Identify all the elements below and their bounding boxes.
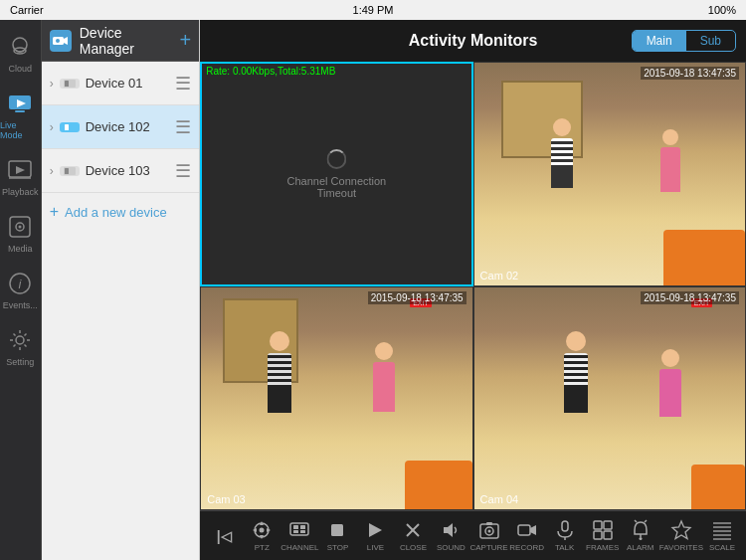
device-1-chevron: › [50, 77, 54, 91]
svg-rect-49 [594, 531, 602, 539]
camera-icon [50, 30, 72, 52]
frames-label: FRAMES [586, 543, 619, 552]
device-1-indicator [60, 79, 80, 89]
frames-button[interactable]: FRAMES [584, 519, 622, 552]
favorites-button[interactable]: FAVORITES [659, 519, 703, 552]
record-label: RECORD [509, 543, 544, 552]
device-3-indicator [60, 166, 80, 176]
svg-rect-45 [562, 521, 568, 531]
device-row-2[interactable]: › Device 102 ☰ [42, 105, 199, 149]
stop-button[interactable]: STOP [318, 519, 356, 552]
live-label: LIVE [367, 543, 384, 552]
device-panel-header: Device Manager + [42, 20, 199, 62]
sidebar: Cloud Live Mode Playback Medi [0, 20, 42, 560]
sidebar-item-setting[interactable]: Setting [0, 318, 41, 375]
sidebar-item-livemode[interactable]: Live Mode [0, 82, 41, 148]
svg-rect-48 [604, 521, 612, 529]
close-button[interactable]: CLOSE [394, 519, 432, 552]
main-content: Activity Monitors Main Sub Rate: 0.00Kbp… [200, 20, 746, 560]
sidebar-item-media[interactable]: Media [0, 205, 41, 262]
add-device-row[interactable]: + Add a new device [42, 193, 199, 231]
sidebar-item-media-label: Media [8, 244, 33, 254]
video-cell-4[interactable]: EXIT 2 [473, 286, 746, 511]
channel-icon [288, 519, 310, 541]
status-bar: Carrier 1:49 PM 100% [0, 0, 746, 20]
svg-marker-55 [672, 521, 690, 539]
sound-button[interactable]: SOUND [432, 519, 469, 552]
device-row-3[interactable]: › Device 103 ☰ [42, 149, 199, 193]
prev-button[interactable]: |◁ [205, 528, 243, 544]
bottom-toolbar: |◁ PTZ [200, 510, 746, 560]
capture-button[interactable]: CAPTURE [469, 519, 507, 552]
device-2-name: Device 102 [86, 119, 169, 134]
device-panel-title: Device Manager [80, 25, 172, 57]
cam4-label: Cam 04 [480, 493, 519, 505]
sub-view-button[interactable]: Sub [686, 31, 735, 51]
svg-rect-29 [290, 523, 308, 535]
alarm-button[interactable]: ALARM [622, 519, 659, 552]
close-icon [402, 519, 424, 541]
device-2-menu[interactable]: ☰ [175, 116, 191, 138]
capture-icon [478, 519, 500, 541]
svg-rect-31 [300, 525, 305, 529]
svg-rect-50 [604, 531, 612, 539]
video-cell-1[interactable]: Rate: 0.00Kbps,Total:5.31MB Channel Conn… [200, 62, 472, 286]
add-device-label: Add a new device [65, 205, 167, 220]
svg-marker-35 [369, 523, 382, 537]
svg-point-16 [56, 39, 60, 43]
sidebar-item-cloud[interactable]: Cloud [0, 25, 41, 82]
favorites-label: FAVORITES [659, 543, 703, 552]
sound-icon [440, 519, 462, 541]
scale-button[interactable]: SCALE [703, 519, 741, 552]
frames-icon [592, 519, 614, 541]
svg-rect-34 [331, 524, 343, 536]
channel-label: CHANNEL [280, 543, 318, 552]
app-container: Cloud Live Mode Playback Medi [0, 20, 746, 560]
time: 1:49 PM [353, 4, 394, 16]
favorites-icon [670, 519, 692, 541]
talk-button[interactable]: TALK [546, 519, 584, 552]
carrier: Carrier [10, 4, 44, 16]
sidebar-item-cloud-label: Cloud [9, 64, 33, 74]
cam4-timestamp: 2015-09-18 13:47:35 [641, 291, 739, 304]
device-list: › Device 01 ☰ › Device 102 ☰ › [42, 62, 199, 560]
svg-rect-42 [486, 522, 492, 525]
channel-button[interactable]: CHANNEL [280, 519, 318, 552]
device-row-1[interactable]: › Device 01 ☰ [42, 62, 199, 105]
talk-icon [554, 519, 576, 541]
video-cell-2[interactable]: 2015-09-18 13:47:35 Cam 02 [473, 62, 746, 286]
cam2-timestamp: 2015-09-18 13:47:35 [641, 67, 739, 80]
svg-point-52 [639, 537, 642, 540]
svg-rect-43 [518, 525, 530, 535]
record-button[interactable]: RECORD [508, 519, 546, 552]
view-switcher: Main Sub [632, 30, 736, 52]
device-1-menu[interactable]: ☰ [175, 73, 191, 94]
sidebar-item-playback[interactable]: Playback [0, 148, 41, 205]
device-2-indicator [60, 122, 80, 132]
live-button[interactable]: LIVE [356, 519, 394, 552]
scale-label: SCALE [709, 543, 735, 552]
sidebar-item-playback-label: Playback [2, 187, 39, 197]
ptz-button[interactable]: PTZ [243, 519, 280, 552]
svg-rect-33 [300, 530, 305, 533]
svg-point-24 [260, 528, 265, 533]
device-3-menu[interactable]: ☰ [175, 160, 191, 182]
live-icon [364, 519, 386, 541]
svg-rect-20 [65, 124, 69, 130]
video-cell-3[interactable]: EXIT 2 [200, 286, 472, 511]
ptz-label: PTZ [255, 543, 270, 552]
loading-message: Channel Connection Timeout [270, 149, 404, 199]
sidebar-item-setting-label: Setting [6, 357, 34, 367]
top-bar: Activity Monitors Main Sub [200, 20, 746, 62]
sidebar-item-events[interactable]: i Events... [0, 262, 41, 318]
spinner-icon [326, 149, 346, 169]
svg-text:i: i [19, 277, 23, 291]
cam3-label: Cam 03 [207, 493, 246, 505]
sidebar-item-livemode-label: Live Mode [0, 120, 41, 140]
svg-rect-18 [65, 81, 69, 87]
svg-line-53 [635, 520, 637, 522]
svg-rect-32 [293, 530, 298, 533]
main-view-button[interactable]: Main [633, 31, 686, 51]
device-panel: Device Manager + › Device 01 ☰ › Device … [42, 20, 200, 560]
add-device-header-button[interactable]: + [180, 29, 192, 52]
